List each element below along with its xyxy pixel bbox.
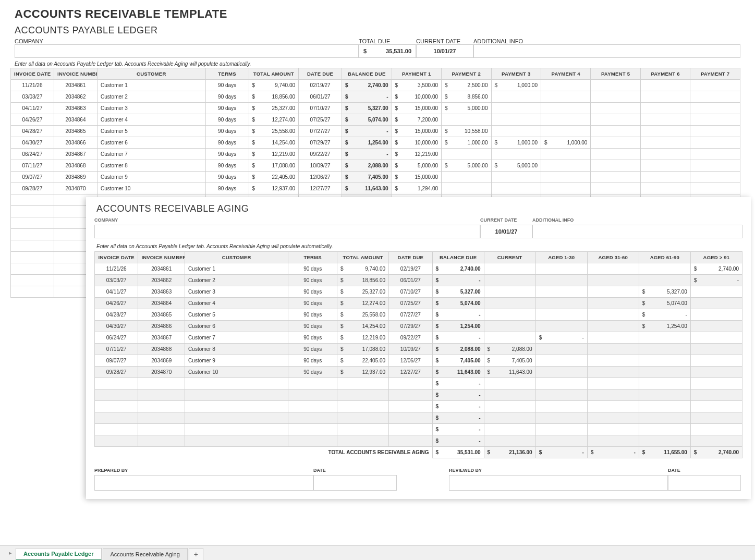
ledger-col-header: PAYMENT 2: [442, 68, 491, 80]
ledger-note: Enter all data on Accounts Payable Ledge…: [0, 58, 755, 68]
aging-row-empty[interactable]: $-: [95, 435, 742, 447]
prep-date-input[interactable]: [313, 475, 397, 491]
company-input[interactable]: [15, 44, 359, 58]
aging-col-header: INVOICE DATE: [95, 252, 138, 263]
ledger-col-header: PAYMENT 7: [690, 68, 740, 80]
aging-row-empty[interactable]: $-: [95, 424, 742, 435]
aging-row[interactable]: 09/28/272034870Customer 1090 days$12,937…: [95, 367, 742, 378]
ledger-col-header: PAYMENT 3: [491, 68, 541, 80]
total-due-value: $35,531.00: [359, 44, 416, 58]
tab-accounts-receivable-aging[interactable]: Accounts Receivable Aging: [103, 548, 188, 561]
aging-col-header: TOTAL AMOUNT: [337, 252, 389, 263]
aging-additional-info-input[interactable]: [532, 225, 742, 238]
add-sheet-button[interactable]: +: [189, 548, 203, 561]
rev-date-input[interactable]: [668, 475, 741, 491]
reviewed-by-label: REVIEWED BY: [449, 468, 668, 475]
ledger-row[interactable]: 04/28/272034865Customer 590 days$25,558.…: [11, 126, 740, 137]
ledger-col-header: DATE DUE: [299, 68, 342, 80]
ledger-col-header: INVOICE NUMBER: [54, 68, 98, 80]
tab-nav-prev-icon[interactable]: ▸: [5, 550, 16, 556]
additional-info-input[interactable]: [473, 44, 740, 58]
sheet-tabs: ▸ Accounts Payable Ledger Accounts Recei…: [0, 545, 755, 560]
total-due-label: TOTAL DUE: [359, 38, 416, 44]
aging-company-input[interactable]: [94, 225, 480, 238]
ledger-col-header: PAYMENT 4: [541, 68, 590, 80]
ledger-row[interactable]: 04/11/272034863Customer 390 days$25,327.…: [11, 103, 740, 114]
reviewed-by-input[interactable]: [449, 475, 668, 491]
aging-note: Enter all data on Accounts Payable Ledge…: [94, 240, 742, 250]
current-date-value[interactable]: 10/01/27: [416, 44, 473, 58]
aging-table: INVOICE DATEINVOICE NUMBERCUSTOMERTERMST…: [94, 251, 742, 458]
aging-overlay: ACCOUNTS RECEIVABLE AGING COMPANY CURREN…: [86, 197, 751, 499]
ledger-col-header: PAYMENT 1: [392, 68, 441, 80]
aging-row[interactable]: 09/07/272034869Customer 990 days$22,405.…: [95, 355, 742, 367]
aging-col-header: BALANCE DUE: [432, 252, 484, 263]
aging-row[interactable]: 07/11/272034868Customer 890 days$17,088.…: [95, 344, 742, 355]
aging-current-date-value[interactable]: 10/01/27: [480, 225, 532, 238]
ledger-col-header: INVOICE DATE: [11, 68, 54, 80]
current-date-label: CURRENT DATE: [416, 38, 473, 44]
aging-col-header: DATE DUE: [389, 252, 432, 263]
page-title: ACCOUNTS RECEIVABLE TEMPLATE: [0, 0, 755, 22]
ledger-col-header: CUSTOMER: [98, 68, 206, 80]
aging-row-empty[interactable]: $-: [95, 389, 742, 401]
aging-row-empty[interactable]: $-: [95, 378, 742, 389]
aging-col-header: AGED 1-30: [535, 252, 587, 263]
company-label: COMPANY: [15, 38, 359, 44]
aging-col-header: CURRENT: [484, 252, 535, 263]
aging-row[interactable]: 04/11/272034863Customer 390 days$25,327.…: [95, 286, 742, 298]
ledger-col-header: PAYMENT 5: [591, 68, 640, 80]
ledger-row[interactable]: 04/26/272034864Customer 490 days$12,274.…: [11, 114, 740, 126]
aging-additional-info-label: ADDITIONAL INFO: [532, 217, 742, 225]
ledger-row[interactable]: 06/24/272034867Customer 790 days$12,219.…: [11, 149, 740, 160]
ledger-col-header: BALANCE DUE: [342, 68, 392, 80]
aging-col-header: AGED 31-60: [587, 252, 639, 263]
prepared-by-input[interactable]: [94, 475, 313, 491]
tab-accounts-payable-ledger[interactable]: Accounts Payable Ledger: [16, 548, 102, 561]
aging-row[interactable]: 03/03/272034862Customer 290 days$18,856.…: [95, 275, 742, 286]
aging-col-header: TERMS: [288, 252, 337, 263]
aging-col-header: CUSTOMER: [185, 252, 288, 263]
aging-title: ACCOUNTS RECEIVABLE AGING: [94, 203, 742, 217]
aging-col-header: INVOICE NUMBER: [138, 252, 185, 263]
additional-info-label: ADDITIONAL INFO: [473, 38, 740, 44]
aging-row-empty[interactable]: $-: [95, 401, 742, 412]
ledger-row[interactable]: 07/11/272034868Customer 890 days$17,088.…: [11, 160, 740, 172]
ledger-col-header: PAYMENT 6: [640, 68, 690, 80]
ledger-title: ACCOUNTS PAYABLE LEDGER: [0, 22, 755, 38]
prep-date-label: DATE: [313, 468, 397, 475]
ledger-row[interactable]: 04/30/272034866Customer 690 days$14,254.…: [11, 137, 740, 149]
aging-row[interactable]: 11/21/262034861Customer 190 days$9,740.0…: [95, 263, 742, 275]
ledger-row[interactable]: 03/03/272034862Customer 290 days$18,856.…: [11, 91, 740, 103]
prepared-by-label: PREPARED BY: [94, 468, 313, 475]
ledger-col-header: TERMS: [205, 68, 249, 80]
ledger-row[interactable]: 09/07/272034869Customer 990 days$22,405.…: [11, 172, 740, 183]
ledger-col-header: TOTAL AMOUNT: [249, 68, 298, 80]
aging-col-header: AGED 61-90: [639, 252, 690, 263]
aging-col-header: AGED > 91: [690, 252, 742, 263]
aging-row[interactable]: 04/26/272034864Customer 490 days$12,274.…: [95, 298, 742, 309]
aging-current-date-label: CURRENT DATE: [480, 217, 532, 225]
aging-total-row: TOTAL ACCOUNTS RECEIVABLE AGING$35,531.0…: [95, 447, 742, 458]
aging-row[interactable]: 04/30/272034866Customer 690 days$14,254.…: [95, 321, 742, 332]
ledger-row[interactable]: 09/28/272034870Customer 1090 days$12,937…: [11, 183, 740, 194]
aging-company-label: COMPANY: [94, 217, 480, 225]
aging-row-empty[interactable]: $-: [95, 412, 742, 424]
rev-date-label: DATE: [668, 468, 741, 475]
aging-row[interactable]: 06/24/272034867Customer 790 days$12,219.…: [95, 332, 742, 344]
ledger-row[interactable]: 11/21/262034861Customer 190 days$9,740.0…: [11, 80, 740, 91]
aging-row[interactable]: 04/28/272034865Customer 590 days$25,558.…: [95, 309, 742, 321]
